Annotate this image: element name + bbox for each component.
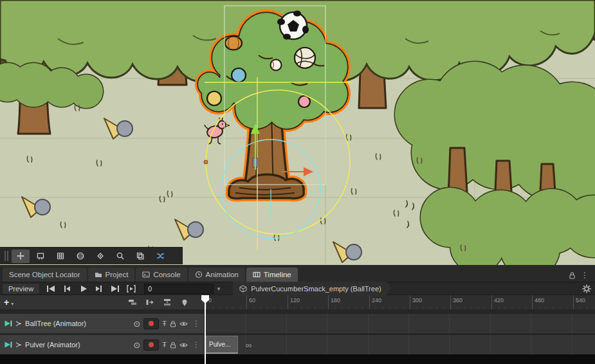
skip-end-icon [110,285,120,293]
cube-icon [239,285,247,293]
current-frame-field[interactable]: 0 [144,284,214,294]
tab-timeline[interactable]: Timeline [246,268,298,282]
editor-window: Scene Object Locator Project Console Ani… [0,0,595,364]
track-lane-balltree[interactable] [205,314,595,333]
eye-icon[interactable] [179,342,188,348]
go-to-start-button[interactable] [43,283,59,294]
blue-ball[interactable] [232,68,246,82]
track-menu-icon[interactable]: ⋮ [191,320,201,327]
console-icon [142,271,150,278]
replace-mode-button[interactable] [161,297,173,307]
marker-pin-icon [181,298,188,307]
tab-menu-icon[interactable]: ⋮ [581,271,589,279]
skip-start-icon [46,285,56,293]
playhead[interactable] [205,295,206,364]
stage-tool-button[interactable] [32,250,50,263]
next-frame-button[interactable] [91,283,107,294]
track-row-balltree: ≻ BallTree (Animator) ⊙ Ŧ ⋮ [0,314,595,333]
object-picker-icon[interactable]: ⊙ [133,341,140,349]
play-range-icon [126,285,136,293]
avatar-icon: ≻ [15,341,22,349]
tab-label: Scene Object Locator [9,271,80,278]
transport-controls [43,283,139,294]
timeline-body: + ▾ [0,295,595,364]
play-range-button[interactable] [124,283,139,294]
mix-mode-button[interactable] [127,297,138,307]
tab-label: Animation [206,271,239,278]
frame-value: 0 [148,285,152,293]
shuffle-tool-button[interactable] [151,250,169,263]
record-button[interactable] [143,340,159,350]
scene-view[interactable] [0,0,595,265]
gizmo-tool-icon [96,251,105,260]
eye-icon[interactable] [179,321,188,327]
step-forward-icon [94,285,104,293]
frame-options-dropdown[interactable]: ▾ [214,284,224,294]
timeline-bottom-bar [0,354,595,364]
record-button[interactable] [143,318,159,329]
move-tool-icon [16,251,25,260]
pink-ball[interactable] [298,96,310,107]
shuffle-icon [156,251,165,260]
gizmo-tool-button[interactable] [91,250,109,263]
grid-tool-button[interactable] [51,250,69,263]
track-label: Pulver (Animator) [25,341,130,349]
tab-animation[interactable]: Animation [188,268,245,282]
object-picker-icon[interactable]: ⊙ [133,320,140,328]
record-dot-icon [149,342,154,347]
folder-icon [95,271,102,278]
baseball[interactable] [271,60,282,71]
clock-icon [195,271,203,278]
track-row-pulver: ≻ Pulver (Animator) ⊙ Ŧ ⋮ Pulve... [0,335,595,354]
scene-toolbar [0,247,183,264]
track-lane-pulver[interactable]: Pulve... ∞ [205,335,595,354]
lemon[interactable] [207,91,221,105]
grid-tool-icon [56,251,65,260]
play-button[interactable] [75,283,91,294]
timeline-ruler[interactable]: 0 60 120 180 240 300 360 420 480 540 [205,295,595,309]
track-offset-icon[interactable]: Ŧ [162,320,167,327]
layers-icon [136,251,145,260]
track-label: BallTree (Animator) [25,320,130,327]
toolbar-drag-handle[interactable] [3,251,10,261]
track-header-pulver[interactable]: ≻ Pulver (Animator) ⊙ Ŧ ⋮ [0,335,205,354]
tab-project[interactable]: Project [88,268,135,282]
gear-icon[interactable] [582,284,591,293]
zoom-tool-button[interactable] [111,250,129,263]
ripple-mode-button[interactable] [144,297,156,307]
breadcrumb[interactable]: PulverCucumberSmack_empty (BallTree) [233,282,387,295]
track-menu-icon[interactable]: ⋮ [191,341,201,349]
breadcrumb-label: PulverCucumberSmack_empty (BallTree) [251,285,381,293]
volleyball[interactable] [295,48,315,68]
go-to-end-button[interactable] [107,283,123,294]
move-tool-button[interactable] [12,250,30,263]
track-add-toolbar: + ▾ [0,295,205,309]
animation-track-icon [4,320,12,327]
preview-toggle-button[interactable]: Preview [2,283,40,295]
orbit-tool-button[interactable] [71,250,89,263]
avatar-icon: ≻ [15,320,22,327]
lock-icon[interactable] [170,320,176,327]
replace-mode-icon [163,298,172,306]
tab-label: Project [105,271,129,278]
tab-console[interactable]: Console [136,268,187,282]
timeline-toolbar: Preview [0,282,595,295]
tab-bar: Scene Object Locator Project Console Ani… [0,265,595,282]
stage-tool-icon [36,251,45,260]
previous-frame-button[interactable] [59,283,75,294]
animation-clip[interactable]: Pulve... [206,336,238,354]
lock-icon[interactable] [569,271,576,279]
search-icon [116,251,125,260]
markers-toggle-button[interactable] [179,297,190,307]
add-track-button[interactable]: + ▾ [4,298,14,307]
lock-icon[interactable] [170,341,176,349]
clip-label: Pulve... [209,341,230,348]
tab-label: Console [153,271,180,278]
layers-tool-button[interactable] [131,250,149,263]
tab-scene-object-locator[interactable]: Scene Object Locator [3,268,87,282]
track-header-balltree[interactable]: ≻ BallTree (Animator) ⊙ Ŧ ⋮ [0,314,205,333]
pumpkin[interactable] [225,37,242,50]
scene-canvas[interactable] [0,0,595,265]
record-dot-icon [149,321,154,326]
track-offset-icon[interactable]: Ŧ [162,341,167,349]
